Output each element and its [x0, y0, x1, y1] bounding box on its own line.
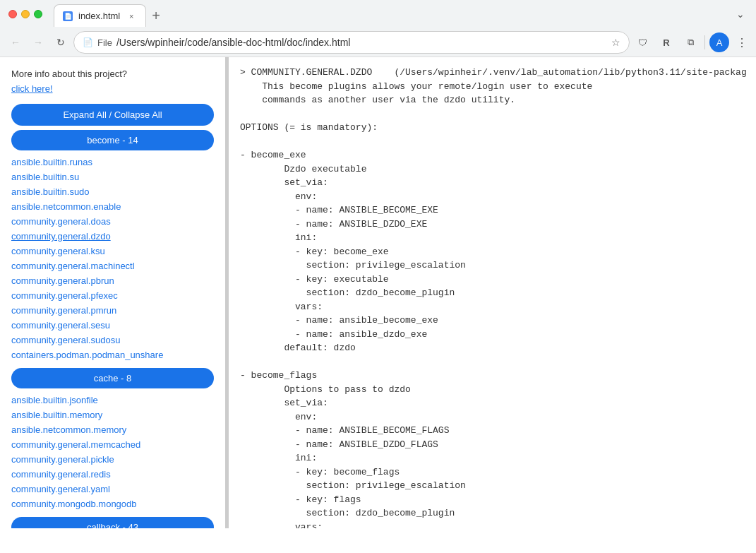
maximize-button[interactable] [34, 10, 42, 18]
sidebar-item-sesu[interactable]: community.general.sesu [0, 318, 225, 333]
extension-icons: 🛡 R ⧉ A ⋮ [632, 32, 750, 52]
sidebar: More info about this project? click here… [0, 57, 226, 528]
sidebar-item-doas[interactable]: community.general.doas [0, 214, 225, 229]
refresh-button[interactable]: ↻ [51, 32, 71, 52]
expand-collapse-button[interactable]: Expand All / Collapse All [11, 104, 214, 126]
content-header-line: > COMMUNITY.GENERAL.DZDO (/Users/wpinhei… [240, 67, 747, 78]
become-section-button[interactable]: become - 14 [11, 130, 214, 150]
cache-section-button[interactable]: cache - 8 [11, 368, 214, 388]
traffic-lights [8, 10, 42, 18]
sidebar-item-pfexec[interactable]: community.general.pfexec [0, 288, 225, 303]
browser-tab[interactable]: 📄 index.html × [54, 4, 146, 27]
tab-favicon: 📄 [63, 11, 73, 21]
address-scheme-icon: 📄 [83, 37, 93, 47]
puzzle-extension-icon[interactable]: ⧉ [680, 32, 700, 52]
sidebar-item-sudosu[interactable]: community.general.sudosu [0, 333, 225, 347]
close-button[interactable] [8, 10, 17, 18]
sidebar-item-memory[interactable]: ansible.builtin.memory [0, 408, 225, 422]
sidebar-item-jsonfile[interactable]: ansible.builtin.jsonfile [0, 393, 225, 408]
sidebar-item-pickle[interactable]: community.general.pickle [0, 452, 225, 467]
tab-title: index.html [78, 11, 120, 21]
sidebar-item-pbrun[interactable]: community.general.pbrun [0, 273, 225, 288]
sidebar-item-pmrun[interactable]: community.general.pmrun [0, 303, 225, 318]
browser-menu-button[interactable]: ⋮ [733, 33, 750, 52]
tab-close-button[interactable]: × [126, 11, 137, 22]
content-area: > COMMUNITY.GENERAL.DZDO (/Users/wpinhei… [229, 57, 756, 528]
address-scheme-text: File [97, 37, 112, 48]
bookmark-icon[interactable]: ☆ [611, 37, 620, 48]
sidebar-item-ksu[interactable]: community.general.ksu [0, 244, 225, 258]
sidebar-item-runas[interactable]: ansible.builtin.runas [0, 155, 225, 170]
sidebar-item-netcommon-memory[interactable]: ansible.netcommon.memory [0, 422, 225, 437]
r-extension-icon[interactable]: R [656, 32, 676, 52]
sidebar-item-machinectl[interactable]: community.general.machinectl [0, 258, 225, 273]
back-button[interactable]: ← [6, 32, 25, 52]
window-expand-icon[interactable]: ⌄ [733, 6, 748, 23]
callback-section-button[interactable]: callback - 43 [11, 517, 214, 528]
address-bar[interactable]: 📄 File /Users/wpinheir/code/ansible-doc-… [73, 31, 630, 54]
sidebar-item-yaml[interactable]: community.general.yaml [0, 482, 225, 496]
nav-bar: ← → ↻ 📄 File /Users/wpinheir/code/ansibl… [0, 28, 756, 57]
divider [704, 35, 705, 49]
sidebar-info-text: More info about this project? [0, 63, 225, 82]
title-bar: 📄 index.html × + ⌄ [0, 0, 756, 28]
sidebar-item-dzdo[interactable]: community.general.dzdo [0, 229, 225, 244]
forward-button[interactable]: → [28, 32, 48, 52]
sidebar-link[interactable]: click here! [0, 82, 225, 100]
minimize-button[interactable] [21, 10, 30, 18]
content-body: > COMMUNITY.GENERAL.DZDO (/Users/wpinhei… [229, 57, 756, 528]
sidebar-item-mongodb[interactable]: community.mongodb.mongodb [0, 496, 225, 511]
sidebar-item-su[interactable]: ansible.builtin.su [0, 170, 225, 184]
new-tab-button[interactable]: + [146, 4, 166, 27]
sidebar-item-enable[interactable]: ansible.netcommon.enable [0, 199, 225, 214]
main-content: More info about this project? click here… [0, 57, 756, 528]
browser-chrome: 📄 index.html × + ⌄ ← → ↻ 📄 File /Users/w… [0, 0, 756, 57]
sidebar-item-memcached[interactable]: community.general.memcached [0, 437, 225, 452]
shield-extension-icon[interactable]: 🛡 [632, 32, 652, 52]
sidebar-item-podman-unshare[interactable]: containers.podman.podman_unshare [0, 347, 225, 362]
sidebar-item-sudo[interactable]: ansible.builtin.sudo [0, 184, 225, 199]
profile-icon[interactable]: A [709, 32, 729, 52]
address-url: /Users/wpinheir/code/ansible-doc-html/do… [116, 37, 607, 48]
content-body-text: This become plugins allows your remote/l… [240, 81, 592, 529]
sidebar-item-redis[interactable]: community.general.redis [0, 467, 225, 482]
